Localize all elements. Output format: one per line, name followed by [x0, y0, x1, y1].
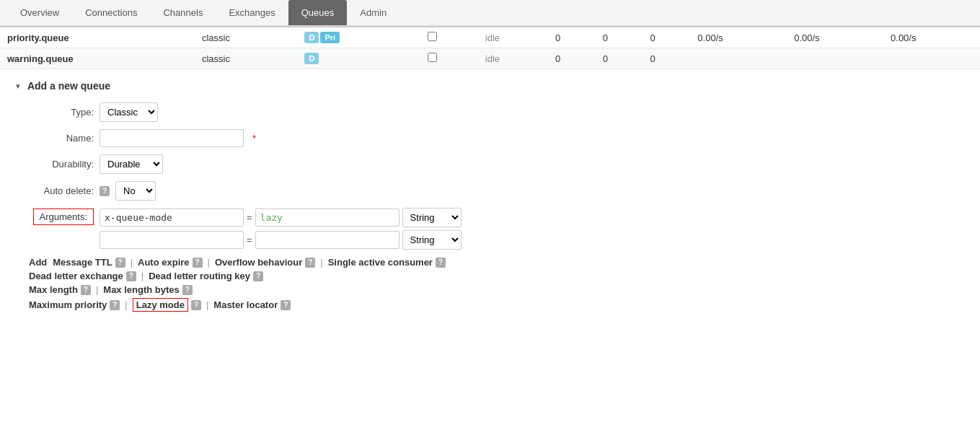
- required-star: *: [252, 133, 256, 144]
- pipe1: |: [131, 257, 133, 268]
- queue-name: warning.queue: [7, 53, 74, 64]
- auto-delete-help-icon[interactable]: ?: [100, 186, 110, 196]
- arg2-key-input[interactable]: [100, 231, 244, 249]
- add-queue-section: ▼ Add a new queue Type: ClassicQuorumStr…: [0, 69, 980, 325]
- max-length-bytes-help-icon[interactable]: ?: [182, 285, 193, 295]
- auto-delete-row: Auto delete: ? NoYes: [14, 181, 966, 201]
- message-ttl-help-icon[interactable]: ?: [115, 258, 125, 268]
- queue-status: idle: [485, 53, 500, 64]
- type-select[interactable]: ClassicQuorumStream: [100, 102, 158, 122]
- nav-overview[interactable]: Overview: [7, 0, 72, 25]
- single-active-help-icon[interactable]: ?: [436, 258, 446, 268]
- queue-col6: [883, 48, 980, 69]
- arguments-row: Arguments: = StringNumberBoolean = Strin…: [14, 208, 966, 250]
- queue-name-cell[interactable]: warning.queue: [0, 48, 195, 69]
- master-locator-help-icon[interactable]: ?: [281, 300, 291, 310]
- pipe5: |: [96, 284, 98, 295]
- badge-d: D: [304, 53, 319, 64]
- queue-col1: 0: [548, 27, 596, 48]
- auto-delete-label: Auto delete:: [14, 185, 94, 196]
- queue-type-cell: classic: [195, 27, 298, 48]
- queue-status-cell: idle: [478, 48, 548, 69]
- section-title-text: Add a new queue: [27, 80, 110, 92]
- quick-link-auto-expire[interactable]: Auto expire: [138, 257, 190, 268]
- arg2-type-select[interactable]: StringNumberBoolean: [402, 230, 462, 250]
- quick-link-maximum-priority[interactable]: Maximum priority: [29, 299, 107, 310]
- arg1-val-input[interactable]: [255, 209, 399, 227]
- queue-col1: 0: [548, 48, 596, 69]
- queue-status-cell: idle: [478, 27, 548, 48]
- queue-col3: 0: [643, 48, 691, 69]
- queue-status: idle: [485, 32, 500, 43]
- queue-checkbox-cell[interactable]: [420, 48, 478, 69]
- table-row: warning.queue classic D idle 0 0 0: [0, 48, 980, 69]
- arg1-key-input[interactable]: [100, 209, 244, 227]
- section-title: ▼ Add a new queue: [14, 80, 966, 92]
- queue-type-cell: classic: [195, 48, 298, 69]
- auto-expire-help-icon[interactable]: ?: [193, 258, 203, 268]
- queue-col5: 0.00/s: [787, 27, 883, 48]
- arg2-eq: =: [247, 234, 252, 245]
- table-row: priority.queue classic DPri idle 0 0 0 0…: [0, 27, 980, 48]
- queue-checkbox[interactable]: [428, 53, 437, 62]
- max-length-help-icon[interactable]: ?: [81, 285, 91, 295]
- durability-select[interactable]: DurableTransient: [100, 154, 163, 174]
- quick-link-message-ttl[interactable]: Message TTL: [53, 257, 112, 268]
- quick-add-row1: Add Message TTL ? | Auto expire ? | Over…: [29, 257, 966, 268]
- add-label: Add: [29, 257, 47, 268]
- quick-link-max-length-bytes[interactable]: Max length bytes: [103, 284, 179, 295]
- quick-link-lazy-mode[interactable]: Lazy mode: [133, 298, 188, 312]
- nav-admin[interactable]: Admin: [347, 0, 399, 25]
- maximum-priority-help-icon[interactable]: ?: [110, 300, 120, 310]
- queue-badges-cell: DPri: [297, 27, 420, 48]
- lazy-mode-help-icon[interactable]: ?: [191, 300, 201, 310]
- quick-link-dead-letter-exchange[interactable]: Dead letter exchange: [29, 271, 123, 281]
- queue-checkbox[interactable]: [428, 32, 437, 41]
- queue-table: priority.queue classic DPri idle 0 0 0 0…: [0, 26, 980, 69]
- pipe4: |: [141, 271, 144, 281]
- auto-delete-select[interactable]: NoYes: [115, 181, 156, 201]
- type-row: Type: ClassicQuorumStream: [14, 102, 966, 122]
- quick-link-master-locator[interactable]: Master locator: [213, 299, 278, 310]
- arg1-eq: =: [247, 212, 252, 223]
- quick-link-overflow-behaviour[interactable]: Overflow behaviour: [215, 257, 302, 268]
- collapse-icon[interactable]: ▼: [14, 82, 22, 90]
- queue-col4: [690, 48, 787, 69]
- quick-add-row2: Dead letter exchange ? | Dead letter rou…: [29, 271, 966, 281]
- quick-add-row3: Max length ? | Max length bytes ?: [29, 284, 966, 295]
- nav-exchanges[interactable]: Exchanges: [216, 0, 288, 25]
- arg2-val-input[interactable]: [255, 231, 399, 249]
- nav-bar: Overview Connections Channels Exchanges …: [0, 0, 980, 26]
- name-row: Name: *: [14, 129, 966, 147]
- quick-add-row4: Maximum priority ? | Lazy mode ? | Maste…: [29, 298, 966, 312]
- queue-col6: 0.00/s: [883, 27, 980, 48]
- overflow-help-icon[interactable]: ?: [305, 258, 315, 268]
- quick-link-single-active-consumer[interactable]: Single active consumer: [328, 257, 433, 268]
- pipe7: |: [206, 299, 208, 310]
- quick-add: Add Message TTL ? | Auto expire ? | Over…: [29, 257, 966, 312]
- dead-letter-routing-key-help-icon[interactable]: ?: [253, 271, 263, 281]
- durability-row: Durability: DurableTransient: [14, 154, 966, 174]
- nav-channels[interactable]: Channels: [150, 0, 216, 25]
- arguments-inputs: = StringNumberBoolean = StringNumberBool…: [100, 208, 462, 250]
- dead-letter-exchange-help-icon[interactable]: ?: [126, 271, 136, 281]
- queue-col3: 0: [643, 27, 691, 48]
- pipe2: |: [208, 257, 210, 268]
- queue-name-cell[interactable]: priority.queue: [0, 27, 195, 48]
- name-input[interactable]: [100, 129, 244, 147]
- nav-queues[interactable]: Queues: [288, 0, 348, 25]
- quick-link-max-length[interactable]: Max length: [29, 284, 78, 295]
- queue-col2: 0: [596, 27, 643, 48]
- arg1-type-select[interactable]: StringNumberBoolean: [402, 208, 462, 227]
- quick-link-dead-letter-routing-key[interactable]: Dead letter routing key: [149, 271, 250, 281]
- queue-badges-cell: D: [297, 48, 420, 69]
- arguments-label: Arguments:: [14, 208, 94, 222]
- queue-col4: 0.00/s: [690, 27, 787, 48]
- queue-col5: [787, 48, 883, 69]
- pipe3: |: [320, 257, 322, 268]
- durability-label: Durability:: [14, 159, 94, 170]
- arguments-label-box: Arguments:: [33, 209, 94, 225]
- badge-d: D: [304, 32, 319, 43]
- queue-checkbox-cell[interactable]: [420, 27, 478, 48]
- nav-connections[interactable]: Connections: [72, 0, 150, 25]
